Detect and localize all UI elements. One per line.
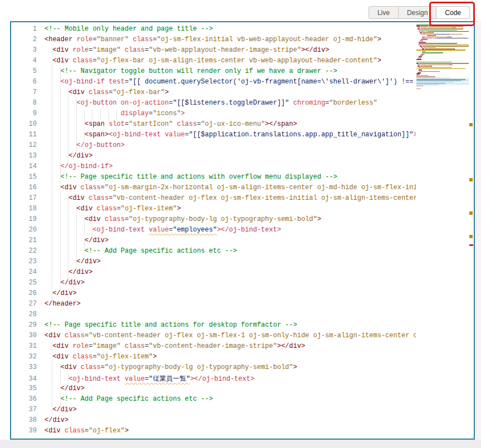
line-number: 27	[11, 300, 45, 308]
line-number: 7	[11, 88, 45, 96]
minimap-token	[433, 32, 434, 33]
code-viewport[interactable]: 1<!-- Mobile only header and page title …	[11, 22, 416, 439]
code-line[interactable]: 13</div>	[11, 152, 416, 163]
code-token: <oj-bind-if	[61, 78, 105, 86]
minimap-token	[416, 88, 421, 90]
line-number: 19	[11, 215, 45, 223]
code-line[interactable]: 27</header>	[11, 300, 416, 311]
minimap-indent	[416, 39, 421, 40]
code-token: class	[81, 184, 101, 191]
code-line[interactable]: 8<oj-button on-oj-action="[[$listeners.t…	[11, 99, 416, 110]
code-line[interactable]: 32<div class="oj-flex-item">	[11, 353, 416, 363]
design-button[interactable]: Design	[399, 6, 436, 19]
indent-guide	[45, 247, 85, 258]
code-line[interactable]: 14</oj-bind-if>	[11, 163, 416, 173]
minimap-line	[416, 45, 469, 46]
code-line[interactable]: 5<!-- Navigator toggle button will rende…	[11, 67, 416, 78]
minimap-token	[451, 67, 451, 68]
code-line[interactable]: 19<div class="oj-typography-body-lg oj-t…	[11, 215, 416, 226]
code-line[interactable]: 10<span slot="startIcon" class="oj-ux-ic…	[11, 120, 416, 131]
code-line[interactable]: 22<!-- Add Page specific actions etc -->	[11, 247, 416, 258]
minimap-indent	[416, 34, 421, 35]
minimap-line	[416, 76, 469, 77]
minimap-token	[438, 37, 447, 38]
code-line[interactable]: 1<!-- Mobile only header and page title …	[11, 25, 416, 36]
line-number: 12	[11, 141, 45, 149]
code-line[interactable]: 29<!-- Page specific title and actions f…	[11, 321, 416, 332]
code-token: "vb-content-header-image-stripe"	[149, 342, 277, 350]
code-token: "oj-sm-flex-initial vb-web-applayout-hea…	[157, 36, 377, 43]
minimap-line	[416, 50, 469, 51]
code-line[interactable]: 12</oj-button>	[11, 141, 416, 152]
minimap[interactable]	[416, 24, 469, 90]
line-number: 35	[11, 385, 45, 392]
code-line[interactable]: 16<div class="oj-sm-margin-2x-horizontal…	[11, 184, 416, 194]
code-button[interactable]: Code	[436, 6, 470, 19]
code-line[interactable]: 4<div class="oj-flex-bar oj-sm-align-ite…	[11, 57, 416, 67]
code-line[interactable]: 37</div>	[11, 406, 416, 416]
code-line[interactable]: 34<oj-bind-text value="従業員一覧"></oj-bind-…	[11, 374, 416, 385]
code-token	[61, 427, 65, 435]
code-line[interactable]: 39<div class="oj-flex">	[11, 427, 416, 437]
code-token: </div>	[52, 406, 76, 413]
code-line[interactable]: 11<span><oj-bind-text value="[[$applicat…	[11, 131, 416, 141]
code-token: class	[72, 57, 92, 65]
line-number: 11	[11, 131, 45, 139]
code-token: class	[125, 46, 145, 54]
code-line[interactable]: 6<oj-bind-if test="[[ document.querySele…	[11, 78, 416, 88]
code-token: ></div>	[277, 342, 305, 350]
code-token: "oj-ux-ico-menu"	[201, 120, 265, 128]
code-token: "[[$listeners.toggleDrawer]]"	[173, 99, 289, 107]
code-line[interactable]: 9display="icons">	[11, 110, 416, 120]
code-line[interactable]: 33<div class="oj-typography-body-lg oj-t…	[11, 363, 416, 374]
code-line[interactable]: 35</div>	[11, 385, 416, 395]
code-line[interactable]: 18<div class="oj-flex-item">	[11, 205, 416, 215]
code-line[interactable]: 2<header role="banner" class="oj-sm-flex…	[11, 36, 416, 46]
line-number: 20	[11, 226, 45, 234]
minimap-token	[435, 47, 435, 48]
code-line[interactable]: 31<div role="image" class="vb-content-he…	[11, 342, 416, 353]
code-token: </div>	[85, 237, 109, 244]
minimap-line	[416, 70, 469, 71]
code-token: class	[97, 205, 117, 213]
code-line[interactable]: 25</div>	[11, 279, 416, 289]
code-token: ></span>	[265, 120, 297, 128]
code-line[interactable]: 17<div class="vb-content-header oj-flex …	[11, 194, 416, 205]
code-token: >	[177, 205, 181, 213]
code-line[interactable]: 24</div>	[11, 268, 416, 279]
indent-guide	[45, 406, 52, 416]
code-line[interactable]: 26</div>	[11, 289, 416, 300]
code-token: <oj-bind-text	[68, 375, 121, 383]
code-token	[121, 46, 125, 54]
indent-guide	[45, 395, 61, 406]
code-token: </div>	[77, 258, 101, 265]
code-line[interactable]: 38</div>	[11, 416, 416, 427]
indent-guide	[45, 385, 61, 395]
code-line[interactable]: 36<!-- Add Page specific actions etc -->	[11, 395, 416, 406]
code-line[interactable]: 20<oj-bind-text value="employees"></oj-b…	[11, 226, 416, 237]
minimap-line	[416, 80, 469, 81]
minimap-line	[416, 66, 469, 67]
overview-ruler[interactable]	[469, 22, 474, 439]
line-number: 17	[11, 194, 45, 202]
code-token: </div>	[68, 268, 92, 276]
minimap-token	[416, 86, 423, 87]
indent-guide	[45, 279, 61, 289]
code-line[interactable]: 21</div>	[11, 237, 416, 247]
indent-guide	[45, 268, 68, 279]
code-line[interactable]: 23</div>	[11, 258, 416, 268]
minimap-token	[431, 65, 449, 66]
code-line[interactable]: 30<div class="vb-content-header oj-flex …	[11, 332, 416, 342]
code-token: <!-- Mobile only header and page title -…	[45, 25, 213, 33]
indent-guide	[45, 88, 68, 99]
code-editor[interactable]: 1<!-- Mobile only header and page title …	[10, 21, 475, 440]
minimap-token	[419, 43, 457, 44]
code-line[interactable]: 28	[11, 311, 416, 321]
code-line[interactable]: 3<div role="image" class="vb-web-applayo…	[11, 46, 416, 57]
code-line[interactable]: 7<div class="oj-flex-bar">	[11, 88, 416, 99]
code-token: class	[125, 342, 145, 350]
code-line[interactable]: 15<!-- Page specific title and actions w…	[11, 173, 416, 184]
live-button[interactable]: Live	[369, 6, 399, 19]
indent-guide	[45, 353, 52, 363]
line-number: 4	[11, 57, 45, 65]
